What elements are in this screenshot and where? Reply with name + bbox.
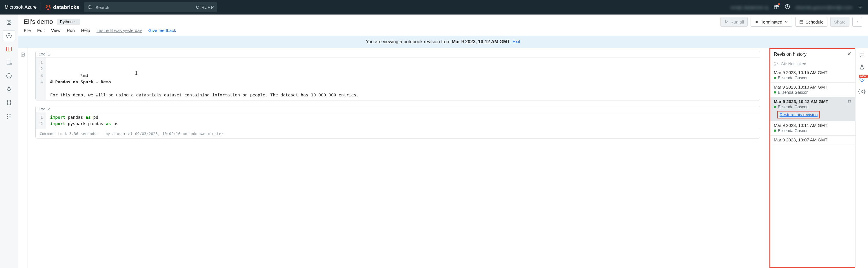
revision-author: Elisenda Gascon (774, 105, 847, 109)
comment-icon (859, 52, 865, 58)
help-button[interactable] (784, 4, 790, 11)
comments-button[interactable] (859, 52, 865, 59)
share-button[interactable]: Share (830, 17, 849, 27)
cluster-selector[interactable]: Terminated (751, 17, 792, 27)
brand-group: Microsoft Azure databricks (5, 3, 79, 11)
plus-icon (6, 32, 12, 39)
exit-revision-link[interactable]: Exit (513, 39, 520, 44)
workspace-name[interactable]: emdjn databricks iq (731, 5, 768, 10)
revision-author: Elisenda Gascon (774, 90, 852, 95)
databricks-logo-icon (45, 4, 51, 10)
code-editor[interactable]: import pandas as pd import pyspark.panda… (46, 112, 760, 129)
rail-home[interactable] (3, 17, 16, 28)
header-actions: Run all Terminated Schedule Share (720, 17, 863, 27)
revision-history-button[interactable]: NEW (859, 76, 865, 83)
editor-gutter (18, 48, 28, 268)
whats-new-button[interactable] (774, 4, 779, 11)
revision-item[interactable]: Mar 9 2023, 10:07 AM GMT (770, 136, 855, 145)
brand-microsoft-azure: Microsoft Azure (5, 5, 36, 10)
cell-label: Cmd 1 (36, 51, 760, 57)
code-editor[interactable]: I %md # Pandas on Spark - Demo For this … (46, 57, 760, 100)
search-input[interactable] (95, 5, 193, 10)
right-rail: NEW {x} (855, 48, 868, 268)
svg-rect-18 (756, 21, 758, 23)
new-badge: NEW (859, 75, 868, 78)
data-tree-icon (6, 86, 12, 92)
status-dot-icon (774, 106, 776, 108)
braces-icon: {x} (858, 88, 866, 94)
user-menu[interactable]: elisenda.gascon@endjin.com (796, 5, 852, 10)
run-all-button[interactable]: Run all (720, 17, 748, 27)
toc-button[interactable] (20, 52, 26, 268)
repos-icon (6, 59, 12, 65)
chevron-up-icon (856, 20, 859, 24)
line-numbers: 1234 (36, 57, 46, 100)
svg-point-16 (7, 104, 8, 105)
brand-databricks[interactable]: databricks (45, 4, 79, 10)
rail-workspace[interactable] (3, 44, 16, 55)
d-letter-icon (6, 19, 12, 26)
rail-data[interactable] (3, 84, 16, 95)
collapse-panel-button[interactable] (852, 17, 862, 27)
experiments-button[interactable] (859, 64, 865, 71)
revision-time: Mar 9 2023, 10:07 AM GMT (774, 137, 852, 142)
revision-banner: You are viewing a notebook revision from… (18, 36, 868, 48)
revision-item[interactable]: Mar 9 2023, 10:13 AM GMTElisenda Gascon (770, 83, 855, 97)
rail-repos[interactable] (3, 57, 16, 68)
rail-workflows[interactable] (3, 97, 16, 108)
sidebar-icon (6, 46, 12, 52)
revision-time: Mar 9 2023, 10:15 AM GMT (774, 70, 852, 75)
global-search[interactable]: CTRL + P (84, 2, 217, 12)
brand-divider (40, 3, 41, 11)
rail-new[interactable] (3, 30, 16, 41)
content-column: Eli's demo Python Run all Terminated (18, 15, 868, 268)
toc-icon (20, 52, 26, 57)
variables-button[interactable]: {x} (858, 88, 866, 94)
play-icon (724, 20, 729, 24)
menu-file[interactable]: File (24, 28, 31, 33)
close-icon (846, 51, 852, 56)
menu-edit[interactable]: Edit (37, 28, 44, 33)
delete-revision-button[interactable] (847, 99, 852, 105)
give-feedback-link[interactable]: Give feedback (148, 28, 176, 33)
cells-container: Cmd 1 1234 I %md # Pandas on Spark - Dem… (28, 48, 769, 268)
calendar-icon (799, 20, 804, 24)
notebook-cell[interactable]: Cmd 1 1234 I %md # Pandas on Spark - Dem… (35, 51, 760, 101)
revision-author: Elisenda Gascon (774, 76, 852, 80)
svg-point-14 (7, 101, 8, 102)
topbar-right: emdjn databricks iq elisenda.gascon@endj… (731, 4, 863, 11)
last-edit-link[interactable]: Last edit was yesterday (97, 28, 142, 33)
git-status-row[interactable]: Git: Not linked (770, 60, 855, 68)
svg-point-22 (775, 65, 776, 65)
close-panel-button[interactable] (846, 51, 852, 57)
rail-compute[interactable] (3, 110, 16, 122)
revision-timestamp: Mar 9 2023, 10:12 AM GMT (452, 39, 510, 44)
menu-help[interactable]: Help (81, 28, 90, 33)
restore-revision-link[interactable]: Restore this revision (780, 112, 817, 117)
text-cursor-icon: I (134, 69, 138, 78)
status-dot-icon (774, 130, 776, 132)
line-numbers: 12 (36, 112, 46, 129)
revision-time: Mar 9 2023, 10:13 AM GMT (774, 84, 852, 89)
language-selector[interactable]: Python (57, 19, 80, 25)
revision-item[interactable]: Mar 9 2023, 10:15 AM GMTElisenda Gascon (770, 68, 855, 83)
svg-point-21 (775, 62, 776, 63)
schedule-button[interactable]: Schedule (795, 17, 828, 27)
revision-panel-title: Revision history (774, 52, 807, 57)
chevron-down-icon[interactable] (858, 4, 863, 10)
revision-history-panel: Revision history Git: Not linked Mar 9 2… (769, 48, 855, 268)
notebook-cell[interactable]: Cmd 2 12 import pandas as pd import pysp… (35, 106, 760, 138)
clock-icon (6, 73, 12, 79)
revision-author: Elisenda Gascon (774, 128, 852, 133)
square-stop-icon (754, 20, 759, 24)
menu-view[interactable]: View (51, 28, 60, 33)
notebook-title[interactable]: Eli's demo (24, 18, 53, 26)
revision-item[interactable]: Mar 9 2023, 10:11 AM GMTElisenda Gascon (770, 121, 855, 136)
cell-execution-info: Command took 3.36 seconds -- by a user a… (36, 129, 760, 138)
rail-recents[interactable] (3, 70, 16, 81)
flask-icon (859, 64, 865, 70)
menu-run[interactable]: Run (67, 28, 75, 33)
notebook-menu: File Edit View Run Help Last edit was ye… (18, 27, 868, 36)
topbar: Microsoft Azure databricks CTRL + P emdj… (0, 0, 868, 15)
revision-item[interactable]: Mar 9 2023, 10:12 AM GMTElisenda GasconR… (770, 97, 855, 121)
